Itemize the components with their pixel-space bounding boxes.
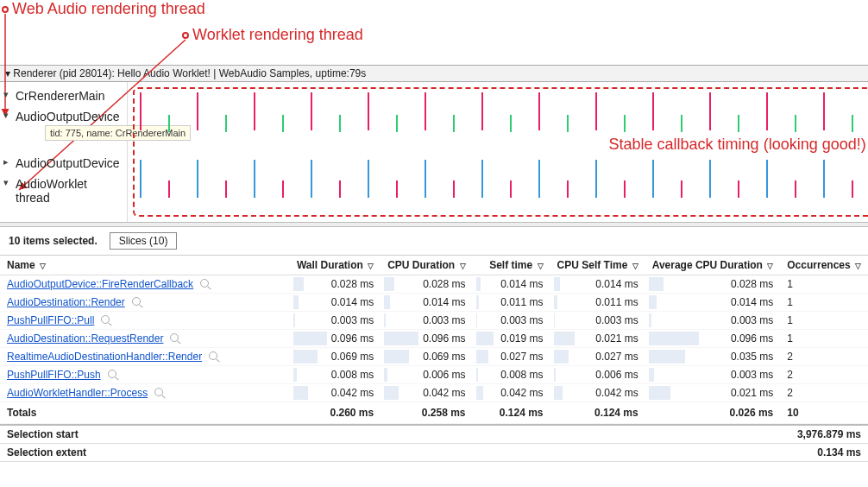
thread-item[interactable]: CrRendererMain [0,85,127,106]
timeline-tick [140,160,142,198]
totals-row: Totals0.260 ms0.258 ms0.124 ms0.124 ms0.… [0,402,868,424]
table-row[interactable]: AudioWorkletHandler::Process0.042 ms0.04… [0,384,868,402]
slice-link[interactable]: PushPullFIFO::Pull [7,314,94,326]
timeline-tick [681,180,682,198]
footer-row-start: Selection start 3,976.879 ms [0,426,868,444]
slice-link[interactable]: PushPullFIFO::Push [7,369,101,381]
annotation-overlay: Web Audio rendering thread Worklet rende… [0,0,868,65]
timeline-callout-box: Stable callback timing (looking good!) [133,87,868,217]
thread-item[interactable]: AudioWorklet thread [0,174,127,208]
timeline-tick [481,92,483,130]
timeline-tick [396,115,398,132]
timeline-tick [311,160,312,198]
timeline-tick [538,92,540,130]
column-header[interactable]: CPU Self Time ▽ [550,256,645,275]
timeline-area: Stable callback timing (looking good!) [128,82,868,222]
timeline-tick [510,180,512,198]
magnify-icon[interactable] [200,279,209,288]
timeline-tick [282,180,284,198]
selection-start-label: Selection start [7,428,79,440]
thread-panel: CrRendererMainAudioOutputDevicetid: 775,… [0,82,868,222]
timeline-tick [709,160,711,198]
timeline-tick [595,160,597,198]
column-header[interactable]: Wall Duration ▽ [290,256,381,275]
timeline-tick [225,115,227,132]
timeline-tick [425,160,426,198]
timeline-tick [738,115,739,132]
timeline-tick [425,92,426,130]
process-title[interactable]: ▾ Renderer (pid 28014): Hello Audio Work… [0,65,868,82]
timeline-tick [624,115,626,132]
timeline-tick [311,92,312,130]
thread-item[interactable]: AudioOutputDevice [0,153,127,174]
timeline-tick [709,92,711,130]
magnify-icon[interactable] [108,370,116,378]
thread-item[interactable]: AudioOutputDevicetid: 775, name: CrRende… [0,106,127,127]
slice-link[interactable]: RealtimeAudioDestinationHandler::Render [7,351,202,363]
slice-link[interactable]: AudioOutputDevice::FireRenderCallback [7,278,193,290]
slice-link[interactable]: AudioDestination::RequestRender [7,332,163,345]
timeline-tick [538,160,540,198]
timeline-tick [453,115,455,132]
magnify-icon[interactable] [170,333,179,342]
timeline-tick [567,180,569,198]
table-row[interactable]: AudioDestination::Render0.014 ms0.014 ms… [0,294,868,312]
tick-row-bottom [140,160,868,198]
timeline-tick [510,115,512,132]
timeline-tick [738,180,739,198]
magnify-icon[interactable] [132,297,141,306]
table-row[interactable]: AudioDestination::RequestRender0.096 ms0… [0,330,868,348]
column-header[interactable]: Self time ▽ [473,256,550,275]
selection-extent-label: Selection extent [7,446,86,459]
column-header[interactable]: CPU Duration ▽ [381,256,472,275]
annotation-web-audio: Web Audio rendering thread [12,0,205,18]
magnify-icon[interactable] [101,315,110,324]
timeline-tick [197,160,198,198]
magnify-icon[interactable] [154,388,163,396]
footer-row-extent: Selection extent 0.134 ms [0,444,868,462]
timeline-tick [396,180,398,198]
table-header-row: Name ▽Wall Duration ▽CPU Duration ▽Self … [0,256,868,275]
timeline-tick [795,180,796,198]
timeline-tick [823,160,825,198]
column-header[interactable]: Occurrences ▽ [780,256,868,275]
timeline-tick [595,92,597,130]
slices-table: Name ▽Wall Duration ▽CPU Duration ▽Self … [0,256,868,424]
timeline-tick [282,115,284,132]
slice-link[interactable]: AudioWorkletHandler::Process [7,387,148,399]
timeline-tick [453,180,455,198]
timeline-tick [652,92,654,130]
timeline-tick [852,180,853,198]
callout-label: Stable callback timing (looking good!) [135,136,868,154]
table-row[interactable]: RealtimeAudioDestinationHandler::Render0… [0,348,868,366]
annotation-circle [182,32,189,39]
table-row[interactable]: PushPullFIFO::Push0.008 ms0.006 ms0.008 … [0,366,868,384]
table-row[interactable]: AudioOutputDevice::FireRenderCallback0.0… [0,275,868,294]
process-title-text: Renderer (pid 28014): Hello Audio Workle… [13,67,366,79]
magnify-icon[interactable] [209,351,217,360]
timeline-tick [795,115,796,132]
selection-extent-value: 0.134 ms [817,446,861,459]
timeline-tick [481,160,483,198]
timeline-tick [197,92,198,130]
selection-count: 10 items selected. [9,235,97,247]
timeline-tick [567,115,569,132]
timeline-tick [339,115,341,132]
column-header[interactable]: Name ▽ [0,256,290,275]
timeline-tick [168,115,170,132]
timeline-tick [852,115,853,132]
timeline-tick [766,92,768,130]
selection-footer: Selection start 3,976.879 ms Selection e… [0,424,868,462]
slices-button[interactable]: Slices (10) [110,232,178,250]
timeline-tick [254,92,255,130]
timeline-tick [168,180,170,198]
timeline-tick [339,180,341,198]
selection-header: 10 items selected. Slices (10) [0,227,868,256]
table-row[interactable]: PushPullFIFO::Pull0.003 ms0.003 ms0.003 … [0,312,868,330]
timeline-tick [766,160,768,198]
column-header[interactable]: Average CPU Duration ▽ [645,256,781,275]
timeline-tick [254,160,255,198]
slice-link[interactable]: AudioDestination::Render [7,296,125,308]
selection-start-value: 3,976.879 ms [797,428,861,440]
annotation-worklet: Worklet rendering thread [192,26,363,44]
